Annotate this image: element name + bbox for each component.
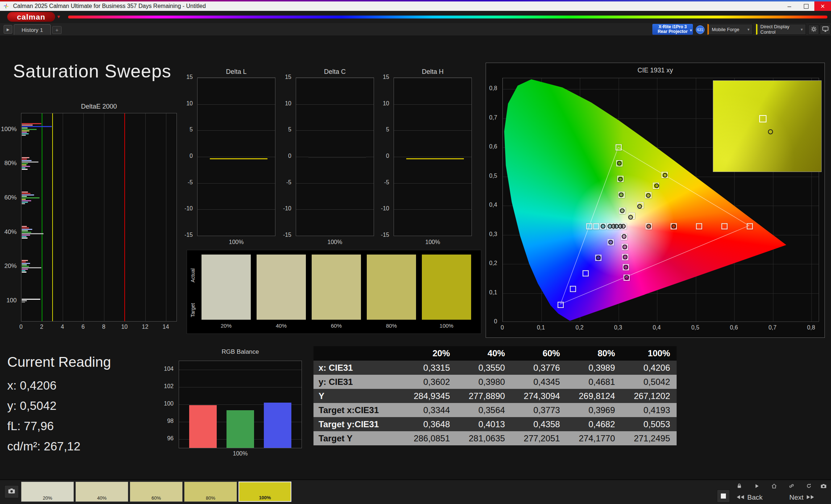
column-header: 60% — [511, 346, 566, 361]
gridline — [198, 104, 275, 105]
display-control-label: Direct Display Control — [760, 24, 798, 35]
deltae-bar — [22, 300, 27, 301]
link-button[interactable] — [786, 482, 797, 491]
chevron-down-icon: ▾ — [801, 27, 803, 32]
y-tick-label: 40% — [4, 228, 17, 236]
tab-history-1[interactable]: History 1 — [14, 24, 51, 35]
thumbnail-label: 100% — [239, 495, 291, 500]
table-cell: 0,4345 — [511, 375, 566, 389]
swatch-level-label: 20% — [201, 323, 251, 329]
camera-small-button[interactable] — [818, 482, 829, 491]
y-tick-label: 100% — [1, 126, 17, 133]
y-tick-label: -5 — [278, 179, 291, 186]
back-label: Back — [747, 494, 763, 501]
gridline — [394, 130, 471, 131]
x-tick-label: 0,3 — [607, 324, 629, 331]
lock-button[interactable] — [734, 482, 745, 491]
y-tick-label: 98 — [161, 418, 174, 424]
delta-h-chart — [394, 77, 472, 236]
deltae-bar — [22, 129, 37, 130]
y-tick-label: 5 — [180, 126, 193, 133]
deltae-bar — [22, 299, 40, 300]
meter-button[interactable]: X-Rite i1Pro 3 Rear Projector ▾ — [652, 24, 693, 35]
deltae-bar — [22, 135, 26, 136]
measured-point — [623, 255, 628, 259]
measured-point — [601, 224, 605, 229]
deltae-x-axis: 02468101214 — [21, 324, 177, 332]
swatch-panel: Actual Target 20%40%60%80%100% — [187, 250, 481, 334]
deltae-bar — [22, 235, 30, 236]
minimize-button[interactable]: – — [781, 1, 798, 11]
logo-menu-caret[interactable]: ▾ — [57, 13, 60, 20]
y-tick-label: 5 — [278, 126, 291, 133]
back-button[interactable]: Back — [734, 492, 763, 503]
table-row: Target y:CIE310,36480,40130,43580,46820,… — [313, 417, 677, 431]
display-control-button[interactable]: Direct Display Control ▾ — [756, 24, 806, 35]
measured-point — [622, 244, 627, 249]
table-row: Y284,9345277,8890274,3094269,8124267,120… — [313, 389, 677, 403]
refresh-button[interactable] — [803, 482, 815, 491]
page-thumbnail-100%[interactable]: 100% — [238, 482, 291, 502]
table-cell: 0,3315 — [402, 361, 457, 375]
gridline — [198, 78, 275, 78]
deltae-bar — [22, 192, 28, 193]
target-point — [593, 223, 599, 230]
deltae-bar — [22, 194, 34, 196]
table-row: y: CIE310,36020,39800,43450,46810,5042 — [313, 375, 677, 389]
y-tick-label: 20% — [4, 262, 17, 270]
rainbow-stripe — [68, 16, 827, 18]
close-button[interactable]: × — [814, 1, 831, 11]
home-button[interactable] — [768, 482, 780, 491]
gear-icon — [811, 26, 817, 34]
calman-logo-button[interactable]: calman — [7, 12, 55, 22]
swatch-level-label: 100% — [422, 323, 471, 329]
monitor-icon — [822, 26, 828, 33]
deltae-bar — [22, 166, 30, 167]
inset-target-marker — [759, 115, 766, 122]
deltae-bar — [22, 230, 28, 231]
add-tab-button[interactable]: + — [52, 26, 62, 34]
display-monitor-button[interactable] — [820, 25, 831, 35]
deltae-y-axis: 100%80%60%40%20%100 — [0, 113, 20, 322]
page-title: Saturation Sweeps — [13, 61, 171, 82]
deltae-chart-title: DeltaE 2000 — [21, 103, 177, 110]
y-tick-label: -10 — [278, 205, 291, 212]
y-tick-label: 104 — [161, 366, 174, 372]
maximize-button[interactable] — [798, 1, 814, 11]
page-thumbnail-40%[interactable]: 40% — [75, 482, 128, 502]
meter-count-badge: 631 — [696, 25, 705, 34]
stop-button[interactable] — [717, 490, 730, 503]
source-button[interactable]: Mobile Forge ▾ — [707, 24, 753, 35]
panel-expander-button[interactable]: ▶ — [4, 25, 12, 34]
calman-app-icon — [3, 3, 9, 9]
refresh-icon — [806, 483, 812, 490]
table-cell: 0,4682 — [566, 417, 622, 431]
delta-l-y-axis: 151050-5-10-15 — [179, 77, 196, 236]
screenshot-camera-button[interactable] — [4, 485, 19, 498]
rgb-x-label: 100% — [179, 450, 302, 457]
table-cell: 0,3969 — [566, 403, 622, 417]
page-thumbnail-60%[interactable]: 60% — [130, 482, 183, 502]
deltae-bar — [22, 167, 25, 168]
deltae-bar — [22, 159, 27, 160]
target-point — [586, 223, 593, 230]
gridline — [198, 209, 275, 210]
page-thumbnail-80%[interactable]: 80% — [184, 482, 237, 502]
target-point — [721, 223, 727, 230]
results-table: 20%40%60%80%100% x: CIE310,33150,35500,3… — [313, 346, 677, 445]
chevron-down-icon: ▾ — [690, 28, 692, 33]
deltae-bar — [22, 269, 28, 270]
y-tick-label: 96 — [161, 435, 174, 442]
table-cell: 286,0851 — [402, 431, 457, 445]
play-button[interactable] — [751, 482, 763, 491]
page-thumbnail-20%[interactable]: 20% — [21, 482, 74, 502]
reference-line — [124, 113, 125, 321]
settings-gear-button[interactable] — [808, 25, 819, 35]
next-button[interactable]: Next — [789, 492, 817, 503]
deltae-bar — [22, 197, 40, 198]
y-tick-label: 0,5 — [484, 173, 497, 179]
gridline — [394, 183, 471, 184]
y-tick-label: -15 — [376, 232, 389, 238]
measured-point — [622, 234, 626, 239]
gridline — [296, 209, 374, 210]
